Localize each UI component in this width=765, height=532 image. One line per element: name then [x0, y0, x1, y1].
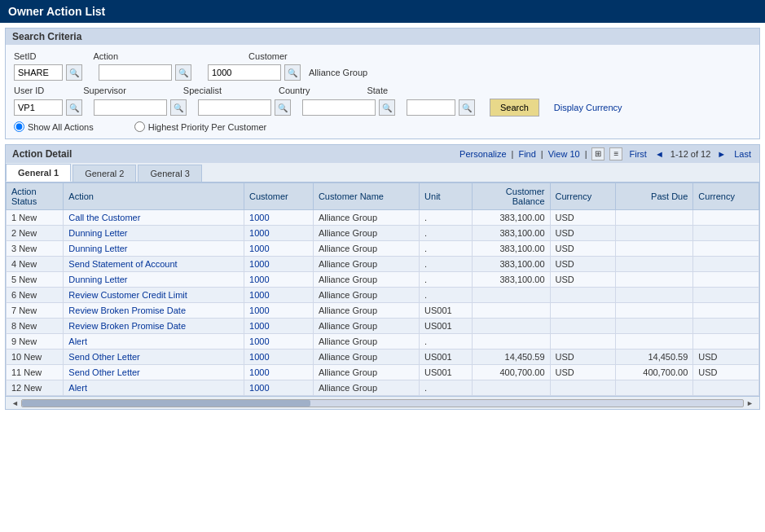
customer-link[interactable]: 1000 — [249, 383, 269, 393]
state-input[interactable] — [407, 99, 455, 116]
action-link[interactable]: Dunning Letter — [68, 228, 127, 238]
specialist-input[interactable] — [198, 99, 271, 116]
table-row: 9 New Alert 1000 Alliance Group . — [7, 334, 759, 350]
cell-customer-balance: 383,100.00 — [473, 257, 550, 272]
prev-nav-button[interactable]: ◄ — [653, 149, 666, 159]
customer-link[interactable]: 1000 — [249, 259, 269, 269]
cell-currency1 — [550, 380, 616, 396]
find-link[interactable]: Find — [518, 149, 535, 159]
cell-currency1: USD — [550, 257, 616, 272]
cell-action-status: 9 New — [7, 334, 64, 350]
tab-general2[interactable]: General 2 — [73, 165, 136, 182]
cell-past-due — [616, 334, 693, 350]
last-nav-button[interactable]: Last — [732, 149, 753, 159]
customer-lookup-button[interactable]: 🔍 — [284, 64, 301, 81]
action-link[interactable]: Alert — [68, 336, 87, 346]
cell-action: Review Broken Promise Date — [64, 319, 244, 334]
customer-link[interactable]: 1000 — [249, 336, 269, 346]
cell-action-status: 1 New — [7, 210, 64, 226]
list-view-icon[interactable]: ≡ — [609, 147, 622, 160]
setid-input[interactable] — [14, 64, 63, 81]
supervisor-label: Supervisor — [83, 86, 126, 95]
userid-input[interactable] — [14, 99, 63, 116]
cell-customer: 1000 — [244, 226, 314, 241]
customer-link[interactable]: 1000 — [249, 275, 269, 284]
customer-link[interactable]: 1000 — [249, 244, 269, 253]
action-link[interactable]: Dunning Letter — [68, 275, 127, 284]
cell-past-due — [616, 272, 693, 288]
cell-past-due — [616, 380, 693, 396]
customer-link[interactable]: 1000 — [249, 321, 269, 331]
cell-unit: US001 — [420, 350, 473, 365]
cell-currency2 — [693, 257, 759, 272]
cell-customer-balance: 383,100.00 — [473, 241, 550, 257]
action-lookup-button[interactable]: 🔍 — [175, 64, 191, 81]
cell-customer: 1000 — [244, 380, 314, 396]
first-nav-button[interactable]: First — [627, 149, 648, 159]
nav-range: 1-12 of 12 — [670, 149, 711, 159]
personalize-link[interactable]: Personalize — [459, 149, 506, 159]
customer-link[interactable]: 1000 — [249, 290, 269, 300]
cell-customer-name: Alliance Group — [313, 380, 419, 396]
search-criteria-header: Search Criteria — [6, 29, 759, 45]
tabs-bar: General 1 General 2 General 3 — [6, 163, 759, 182]
horizontal-scrollbar[interactable]: ◄ ► — [6, 396, 759, 409]
userid-lookup-button[interactable]: 🔍 — [66, 99, 82, 116]
view10-link[interactable]: View 10 — [548, 149, 580, 159]
supervisor-input[interactable] — [94, 99, 167, 116]
display-currency-link[interactable]: Display Currency — [554, 103, 622, 112]
setid-lookup-button[interactable]: 🔍 — [66, 64, 82, 81]
action-field-group: Action — [45, 51, 119, 61]
table-row: 1 New Call the Customer 1000 Alliance Gr… — [7, 210, 759, 226]
search-button[interactable]: Search — [490, 99, 539, 117]
cell-customer-balance: 383,100.00 — [473, 226, 550, 241]
action-link[interactable]: Send Statement of Account — [68, 259, 177, 269]
action-link[interactable]: Dunning Letter — [68, 244, 127, 253]
state-lookup-button[interactable]: 🔍 — [459, 99, 475, 116]
col-customer: Customer — [244, 183, 314, 210]
cell-action-status: 12 New — [7, 380, 64, 396]
customer-link[interactable]: 1000 — [249, 306, 269, 315]
action-link[interactable]: Call the Customer — [68, 213, 140, 222]
action-link[interactable]: Review Broken Promise Date — [68, 306, 186, 315]
scroll-left-arrow[interactable]: ◄ — [9, 399, 21, 407]
tab-general3[interactable]: General 3 — [138, 165, 201, 182]
country-input[interactable] — [302, 99, 376, 116]
cell-customer-name: Alliance Group — [313, 257, 419, 272]
customer-link[interactable]: 1000 — [249, 213, 269, 222]
show-all-actions-radio[interactable]: Show All Actions — [14, 121, 94, 132]
customer-link[interactable]: 1000 — [249, 228, 269, 238]
customer-link[interactable]: 1000 — [249, 367, 269, 377]
customer-link[interactable]: 1000 — [249, 352, 269, 362]
action-link[interactable]: Send Other Letter — [68, 352, 139, 362]
cell-currency1: USD — [550, 350, 616, 365]
scroll-track[interactable] — [21, 399, 744, 407]
customer-input[interactable] — [208, 64, 281, 81]
cell-currency1 — [550, 319, 616, 334]
highest-priority-radio[interactable]: Highest Priority Per Customer — [134, 121, 267, 132]
country-lookup-button[interactable]: 🔍 — [379, 99, 395, 116]
specialist-lookup-button[interactable]: 🔍 — [275, 99, 291, 116]
next-nav-button[interactable]: ► — [715, 149, 728, 159]
cell-currency2 — [693, 319, 759, 334]
scroll-right-arrow[interactable]: ► — [744, 399, 756, 407]
cell-currency2: USD — [693, 365, 759, 380]
userid-field-group: User ID — [14, 86, 44, 95]
action-link[interactable]: Review Customer Credit Limit — [68, 290, 187, 300]
cell-action-status: 11 New — [7, 365, 64, 380]
action-link[interactable]: Send Other Letter — [68, 367, 139, 377]
col-customer-name: Customer Name — [313, 183, 419, 210]
cell-action-status: 2 New — [7, 226, 64, 241]
supervisor-input-group: 🔍 — [94, 99, 187, 116]
table-row: 7 New Review Broken Promise Date 1000 Al… — [7, 303, 759, 319]
action-link[interactable]: Review Broken Promise Date — [68, 321, 186, 331]
state-field-group: State — [367, 86, 388, 95]
supervisor-lookup-button[interactable]: 🔍 — [170, 99, 187, 116]
action-link[interactable]: Alert — [68, 383, 87, 393]
cell-customer: 1000 — [244, 303, 314, 319]
tab-general1[interactable]: General 1 — [6, 164, 71, 182]
action-input[interactable] — [99, 64, 172, 81]
cell-customer-name: Alliance Group — [313, 241, 419, 257]
grid-view-icon[interactable]: ⊞ — [591, 147, 605, 160]
table-container: ActionStatus Action Customer Customer Na… — [6, 182, 759, 396]
